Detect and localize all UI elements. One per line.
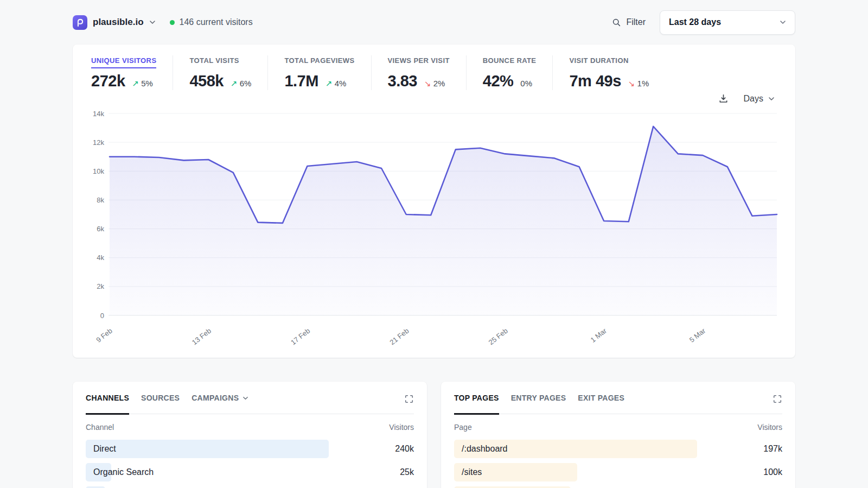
site-name: plausible.io bbox=[93, 17, 144, 28]
expand-icon[interactable] bbox=[404, 394, 414, 414]
svg-text:2k: 2k bbox=[97, 282, 104, 290]
svg-text:13 Feb: 13 Feb bbox=[190, 327, 213, 347]
site-switcher[interactable]: plausible.io bbox=[73, 15, 156, 30]
date-range-select[interactable]: Last 28 days bbox=[660, 10, 795, 35]
current-visitors[interactable]: 146 current visitors bbox=[170, 17, 253, 27]
stat-value: 42% bbox=[483, 72, 514, 90]
chevron-down-icon bbox=[768, 96, 775, 102]
stat-total-visits[interactable]: TOTAL VISITS458k↗ 6% bbox=[173, 55, 267, 90]
stat-value: 272k bbox=[91, 72, 125, 90]
tab-campaigns[interactable]: CAMPAIGNS bbox=[192, 394, 248, 415]
top-bar: plausible.io 146 current visitors Filter… bbox=[73, 0, 795, 45]
svg-text:6k: 6k bbox=[97, 225, 104, 233]
trend-up-icon: ↗ bbox=[326, 79, 333, 88]
svg-text:4k: 4k bbox=[97, 253, 104, 262]
svg-text:5 Mar: 5 Mar bbox=[688, 326, 707, 344]
table-row-organic-search[interactable]: Organic Search25k bbox=[86, 463, 414, 481]
stat-bounce-rate[interactable]: BOUNCE RATE42%0% bbox=[466, 55, 553, 90]
trend-up-icon: ↗ bbox=[231, 79, 238, 88]
panel-tabs: TOP PAGESENTRY PAGESEXIT PAGES bbox=[454, 394, 782, 414]
plausible-logo bbox=[73, 15, 87, 30]
expand-icon[interactable] bbox=[773, 394, 782, 414]
table-row-sites[interactable]: /sites100k bbox=[454, 463, 782, 481]
page-container: plausible.io 146 current visitors Filter… bbox=[73, 0, 795, 488]
stat-label: BOUNCE RATE bbox=[483, 56, 537, 68]
svg-text:14k: 14k bbox=[93, 110, 104, 118]
table-row-dashboard[interactable]: /:dashboard197k bbox=[454, 440, 782, 458]
filter-button[interactable]: Filter bbox=[612, 17, 646, 27]
live-indicator-dot bbox=[170, 20, 175, 25]
stat-change: ↗ 6% bbox=[231, 79, 251, 88]
column-header-name: Channel bbox=[86, 423, 114, 432]
svg-text:25 Feb: 25 Feb bbox=[487, 327, 509, 347]
rows-list: /:dashboard197k/sites100k bbox=[454, 440, 782, 488]
stat-change: ↘ 2% bbox=[424, 79, 445, 88]
top-bar-right: Filter Last 28 days bbox=[612, 10, 795, 35]
stat-value: 7m 49s bbox=[569, 72, 621, 90]
column-headers: ChannelVisitors bbox=[86, 423, 414, 432]
bottom-row: CHANNELSSOURCESCAMPAIGNS ChannelVisitors… bbox=[73, 382, 795, 488]
tab-sources[interactable]: SOURCES bbox=[141, 394, 180, 415]
rows-list: Direct240kOrganic Search25k bbox=[86, 440, 414, 488]
row-label[interactable]: Organic Search bbox=[86, 467, 154, 477]
stat-label: TOTAL VISITS bbox=[189, 56, 239, 68]
column-header-name: Page bbox=[454, 423, 472, 432]
visitors-chart[interactable]: 02k4k6k8k10k12k14k9 Feb13 Feb17 Feb21 Fe… bbox=[88, 106, 780, 351]
column-headers: PageVisitors bbox=[454, 423, 782, 432]
stat-change: ↘ 1% bbox=[628, 79, 649, 88]
date-range-value: Last 28 days bbox=[669, 17, 721, 27]
stat-change: 0% bbox=[520, 79, 532, 88]
stat-label: TOTAL PAGEVIEWS bbox=[284, 56, 354, 68]
tab-entry-pages[interactable]: ENTRY PAGES bbox=[511, 394, 566, 415]
stat-change: ↗ 5% bbox=[132, 79, 153, 88]
stat-visit-duration[interactable]: VISIT DURATION7m 49s↘ 1% bbox=[552, 55, 665, 90]
svg-text:17 Feb: 17 Feb bbox=[289, 327, 311, 347]
svg-text:21 Feb: 21 Feb bbox=[388, 327, 410, 347]
current-visitors-label: 146 current visitors bbox=[180, 17, 253, 27]
row-value: 240k bbox=[395, 444, 414, 454]
analytics-card: UNIQUE VISITORS272k↗ 5%TOTAL VISITS458k↗… bbox=[73, 45, 795, 358]
download-icon[interactable] bbox=[718, 93, 729, 104]
top-bar-left: plausible.io 146 current visitors bbox=[73, 15, 253, 30]
trend-up-icon: ↗ bbox=[132, 79, 139, 88]
row-label[interactable]: /:dashboard bbox=[454, 444, 508, 454]
stat-label: VISIT DURATION bbox=[569, 56, 628, 68]
svg-text:8k: 8k bbox=[97, 196, 104, 204]
row-label[interactable]: Direct bbox=[86, 444, 116, 454]
search-icon bbox=[612, 18, 621, 27]
stat-label: VIEWS PER VISIT bbox=[388, 56, 450, 68]
stat-change: ↗ 4% bbox=[326, 79, 346, 88]
top-pages-panel: TOP PAGESENTRY PAGESEXIT PAGESPageVisito… bbox=[441, 382, 795, 488]
stat-value: 458k bbox=[189, 72, 224, 90]
column-header-visitors[interactable]: Visitors bbox=[389, 423, 414, 432]
stat-views-per-visit[interactable]: VIEWS PER VISIT3.83↘ 2% bbox=[371, 55, 466, 90]
tab-channels[interactable]: CHANNELS bbox=[86, 394, 129, 415]
svg-text:10k: 10k bbox=[93, 167, 104, 175]
row-label[interactable]: /sites bbox=[454, 467, 482, 477]
interval-label: Days bbox=[744, 94, 763, 104]
table-row-direct[interactable]: Direct240k bbox=[86, 440, 414, 458]
trend-down-icon: ↘ bbox=[628, 79, 635, 88]
row-bar bbox=[86, 440, 329, 458]
svg-text:9 Feb: 9 Feb bbox=[94, 327, 113, 344]
row-value: 25k bbox=[400, 467, 414, 477]
interval-select[interactable]: Days bbox=[744, 94, 775, 104]
tab-exit-pages[interactable]: EXIT PAGES bbox=[578, 394, 624, 415]
stat-unique-visitors[interactable]: UNIQUE VISITORS272k↗ 5% bbox=[88, 55, 173, 90]
chevron-down-icon bbox=[780, 19, 786, 26]
svg-text:12k: 12k bbox=[93, 138, 104, 147]
tab-top-pages[interactable]: TOP PAGES bbox=[454, 394, 499, 415]
svg-text:1 Mar: 1 Mar bbox=[589, 326, 609, 344]
stat-total-pageviews[interactable]: TOTAL PAGEVIEWS1.7M↗ 4% bbox=[267, 55, 371, 90]
row-value: 197k bbox=[763, 444, 782, 454]
chevron-down-icon bbox=[242, 395, 248, 401]
trend-down-icon: ↘ bbox=[424, 79, 431, 88]
chart-toolbar: Days bbox=[88, 93, 775, 104]
channels-panel: CHANNELSSOURCESCAMPAIGNS ChannelVisitors… bbox=[73, 382, 427, 488]
row-value: 100k bbox=[763, 467, 782, 477]
filter-label: Filter bbox=[626, 17, 646, 27]
stat-value: 1.7M bbox=[284, 72, 318, 90]
stat-label: UNIQUE VISITORS bbox=[91, 56, 156, 68]
stats-row: UNIQUE VISITORS272k↗ 5%TOTAL VISITS458k↗… bbox=[88, 55, 780, 90]
column-header-visitors[interactable]: Visitors bbox=[757, 423, 782, 432]
